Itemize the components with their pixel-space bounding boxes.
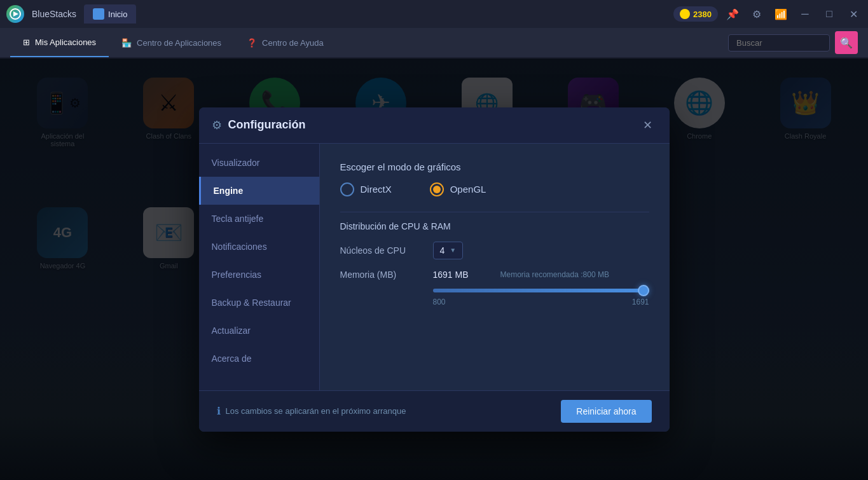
nav-centro-ayuda-label: Centro de Ayuda [262, 38, 324, 48]
gear-icon: ⚙ [212, 118, 222, 132]
graphics-radio-group: DirectX OpenGL [340, 182, 649, 196]
memory-slider-track [433, 289, 649, 292]
directx-option[interactable]: DirectX [340, 182, 392, 196]
cpu-ram-title: Distribución de CPU & RAM [340, 212, 649, 231]
cpu-cores-row: Núcleos de CPU 4 ▼ [340, 242, 649, 259]
restart-button[interactable]: Reiniciar ahora [561, 400, 651, 423]
bluestacks-logo [6, 5, 24, 23]
sidebar-backup[interactable]: Backup & Restaurar [199, 289, 319, 317]
nav-help-icon: ❓ [247, 38, 257, 48]
cpu-value: 4 [440, 245, 445, 256]
opengl-label: OpenGL [450, 184, 486, 195]
memory-row: Memoria (MB) 1691 MB Memoria recomendada… [340, 270, 649, 306]
dialog-footer: ℹ Los cambios se aplicarán en el próximo… [199, 390, 670, 432]
nav-search-area: 🔍 [728, 31, 858, 54]
slider-labels: 800 1691 [433, 298, 649, 306]
dialog-header: ⚙ Configuración ✕ [199, 107, 670, 144]
svg-marker-1 [13, 11, 18, 17]
config-dialog: ⚙ Configuración ✕ Visualizador Engine Te… [199, 107, 670, 432]
select-arrow-icon: ▼ [450, 247, 456, 254]
settings-icon-title[interactable]: ⚙ [747, 4, 766, 24]
brand-label: BlueStacks [32, 9, 76, 19]
content-area: 📱⚙ Aplicación delsistema ⚔ Clash of Clan… [0, 58, 868, 480]
dialog-close-button[interactable]: ✕ [639, 116, 657, 134]
directx-radio[interactable] [340, 182, 354, 196]
title-tab[interactable]: Inicio [84, 4, 136, 24]
memory-label: Memoria (MB) [340, 270, 423, 280]
title-bar-right: 2380 📌 ⚙ 📶 ─ □ ✕ [673, 4, 868, 24]
sidebar-engine[interactable]: Engine [199, 177, 319, 205]
opengl-option[interactable]: OpenGL [430, 182, 486, 196]
coin-badge: 2380 [673, 6, 718, 22]
memory-value: 1691 MB [433, 270, 484, 280]
title-bar: BlueStacks Inicio 2380 📌 ⚙ 📶 ─ □ ✕ [0, 0, 868, 28]
nav-centro-ayuda[interactable]: ❓ Centro de Ayuda [234, 28, 336, 57]
nav-bar: ⊞ Mis Aplicaciones 🏪 Centro de Aplicacio… [0, 28, 868, 58]
coin-count: 2380 [693, 10, 712, 19]
cpu-cores-label: Núcleos de CPU [340, 245, 423, 256]
network-icon[interactable]: 📶 [771, 4, 790, 24]
minimize-button[interactable]: ─ [796, 4, 815, 24]
sidebar-tecla-antijefe[interactable]: Tecla antijefe [199, 205, 319, 233]
graphics-section: Escoger el modo de gráficos DirectX Open [340, 161, 649, 196]
sidebar-notificaciones[interactable]: Notificaciones [199, 233, 319, 261]
nav-centro-apps-label: Centro de Aplicaciones [137, 38, 221, 48]
nav-mis-apps-label: Mis Aplicaciones [35, 38, 96, 47]
nav-centro-aplicaciones[interactable]: 🏪 Centro de Aplicaciones [109, 28, 234, 57]
sidebar-actualizar[interactable]: Actualizar [199, 317, 319, 345]
coin-icon [680, 9, 690, 19]
sidebar-preferencias[interactable]: Preferencias [199, 261, 319, 289]
dialog-title: Configuración [228, 118, 306, 132]
opengl-radio-dot [433, 186, 441, 193]
tab-icon [93, 8, 104, 20]
pin-button[interactable]: 📌 [723, 4, 742, 24]
opengl-radio[interactable] [430, 182, 444, 196]
graphics-title: Escoger el modo de gráficos [340, 161, 649, 172]
dialog-engine-content: Escoger el modo de gráficos DirectX Open [320, 144, 670, 390]
memory-slider-container: 800 1691 [433, 284, 649, 306]
sidebar-visualizador[interactable]: Visualizador [199, 149, 319, 177]
title-bar-left: BlueStacks Inicio [6, 4, 136, 24]
cpu-cores-select[interactable]: 4 ▼ [433, 242, 464, 259]
sidebar-acerca[interactable]: Acerca de [199, 345, 319, 373]
modal-overlay: ⚙ Configuración ✕ Visualizador Engine Te… [0, 58, 868, 480]
info-icon: ℹ [217, 405, 221, 417]
search-input[interactable] [728, 34, 830, 51]
slider-max-label: 1691 [632, 298, 649, 306]
dialog-sidebar: Visualizador Engine Tecla antijefe Notif… [199, 144, 320, 390]
footer-info-text: Los cambios se aplicarán en el próximo a… [226, 406, 406, 416]
memory-recommended: Memoria recomendada :800 MB [500, 270, 609, 279]
cpu-ram-section: Distribución de CPU & RAM Núcleos de CPU… [340, 212, 649, 306]
search-button[interactable]: 🔍 [835, 31, 858, 54]
maximize-button[interactable]: □ [820, 4, 839, 24]
memory-slider-fill [433, 289, 649, 292]
tab-label: Inicio [108, 10, 127, 19]
dialog-title-area: ⚙ Configuración [212, 118, 306, 132]
dialog-body: Visualizador Engine Tecla antijefe Notif… [199, 144, 670, 390]
memory-slider-thumb[interactable] [638, 285, 649, 296]
nav-store-icon: 🏪 [121, 38, 132, 48]
slider-min-label: 800 [433, 298, 446, 306]
close-button[interactable]: ✕ [844, 4, 863, 24]
footer-info: ℹ Los cambios se aplicarán en el próximo… [217, 405, 406, 417]
nav-mis-aplicaciones[interactable]: ⊞ Mis Aplicaciones [10, 28, 109, 57]
nav-grid-icon: ⊞ [23, 38, 30, 47]
directx-label: DirectX [361, 184, 392, 195]
